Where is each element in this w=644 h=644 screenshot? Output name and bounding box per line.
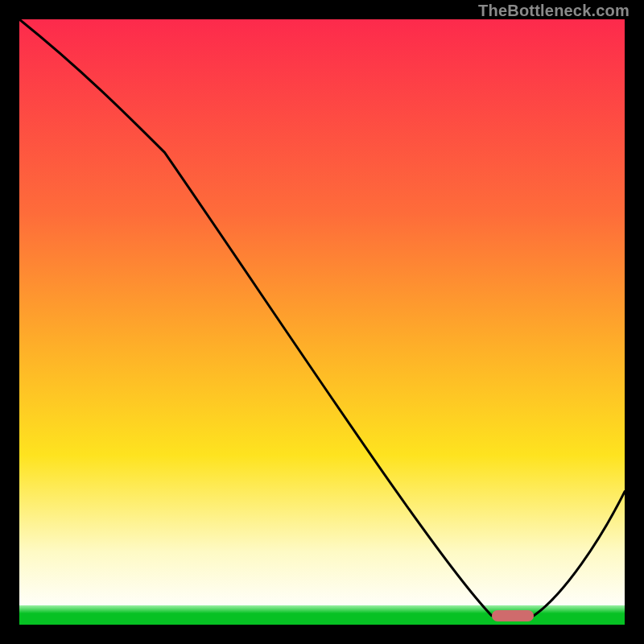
curve-svg — [19, 19, 625, 625]
watermark-text: TheBottleneck.com — [478, 2, 630, 20]
bottleneck-curve — [19, 19, 625, 616]
chart-frame: TheBottleneck.com — [0, 0, 644, 644]
optimum-marker — [492, 610, 535, 621]
plot-area — [19, 19, 625, 625]
